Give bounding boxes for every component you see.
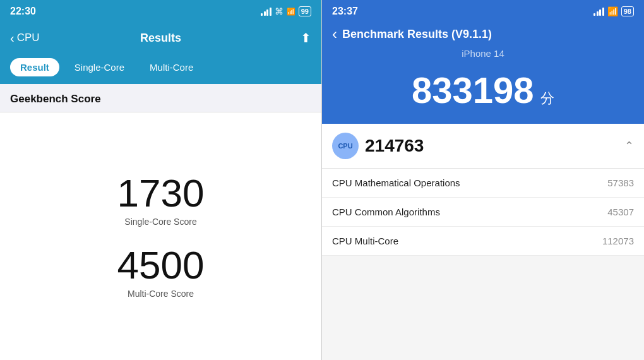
right-battery-indicator: 98	[621, 6, 634, 16]
chevron-left-icon: ‹	[10, 31, 15, 45]
cpu-badge-area: CPU 214763	[332, 133, 424, 159]
chevron-up-icon: ⌃	[624, 139, 634, 153]
multi-core-label: Multi-Core Score	[117, 289, 205, 299]
total-score: 833198	[412, 69, 534, 111]
right-back-icon[interactable]: ‹	[332, 25, 337, 43]
right-time: 23:37	[332, 6, 358, 17]
right-header: 23:37 📶 98 ‹ Benchmark Results (V9.1.1) …	[322, 0, 644, 124]
left-time: 22:30	[10, 6, 36, 17]
detail-row-math: CPU Mathematical Operations 57383	[322, 169, 644, 198]
left-nav-bar: ‹ CPU Results ⬆	[0, 23, 321, 53]
single-core-label: Single-Core Score	[117, 217, 205, 227]
scores-area: 1730 Single-Core Score 4500 Multi-Core S…	[0, 112, 321, 360]
tab-result[interactable]: Result	[10, 58, 59, 76]
detail-value-math: 57383	[607, 177, 634, 188]
tab-single-core[interactable]: Single-Core	[64, 58, 134, 76]
battery-indicator: 99	[299, 6, 311, 16]
right-panel: 23:37 📶 98 ‹ Benchmark Results (V9.1.1) …	[322, 0, 644, 360]
multi-core-score: 4500	[117, 246, 205, 285]
left-status-bar: 22:30 ⌘ 📶 99	[0, 0, 321, 23]
right-status-icons: 📶 98	[593, 6, 634, 16]
right-nav-title: Benchmark Results (V9.1.1)	[342, 28, 492, 41]
tab-bar: Result Single-Core Multi-Core	[0, 53, 321, 84]
geekbench-title: Geekbench Score	[10, 93, 101, 105]
back-button[interactable]: ‹ CPU	[10, 31, 40, 45]
share-icon[interactable]: ⬆	[301, 30, 311, 45]
detail-row-algo: CPU Common Algorithms 45307	[322, 198, 644, 227]
detail-label-algo: CPU Common Algorithms	[332, 207, 440, 217]
total-score-area: 833198 分	[322, 63, 644, 124]
signal-icon	[261, 8, 271, 16]
nav-title: Results	[140, 32, 181, 45]
left-status-icons: ⌘ 📶 99	[261, 6, 311, 16]
cpu-badge: CPU	[332, 133, 359, 159]
left-panel: 22:30 ⌘ 📶 99 ‹ CPU Results ⬆ Result	[0, 0, 322, 360]
right-body: CPU 214763 ⌃ CPU Mathematical Operations…	[322, 124, 644, 360]
geekbench-section: Geekbench Score	[0, 84, 321, 112]
device-name: iPhone 14	[322, 48, 644, 63]
wifi-icon: ⌘	[275, 6, 283, 16]
score-unit: 分	[540, 90, 554, 106]
detail-value-multicore: 112073	[602, 236, 634, 246]
battery-level: 99	[301, 8, 309, 15]
cpu-header-row[interactable]: CPU 214763 ⌃	[322, 124, 644, 169]
single-core-score: 1730	[117, 174, 205, 213]
detail-label-multicore: CPU Multi-Core	[332, 236, 398, 246]
multi-core-block: 4500 Multi-Core Score	[117, 246, 205, 299]
wifi-icon2: 📶	[287, 8, 295, 16]
detail-row-multicore: CPU Multi-Core 112073	[322, 227, 644, 256]
right-signal-icon	[593, 8, 604, 16]
back-label: CPU	[17, 32, 40, 44]
tab-multi-core[interactable]: Multi-Core	[140, 58, 203, 76]
right-battery-level: 98	[624, 8, 631, 15]
detail-label-math: CPU Mathematical Operations	[332, 177, 460, 188]
right-nav-bar: ‹ Benchmark Results (V9.1.1)	[322, 23, 644, 48]
right-wifi-icon: 📶	[607, 6, 618, 16]
detail-value-algo: 45307	[607, 207, 634, 217]
single-core-block: 1730 Single-Core Score	[117, 174, 205, 227]
right-status-bar: 23:37 📶 98	[322, 0, 644, 23]
cpu-total-score: 214763	[365, 136, 424, 156]
